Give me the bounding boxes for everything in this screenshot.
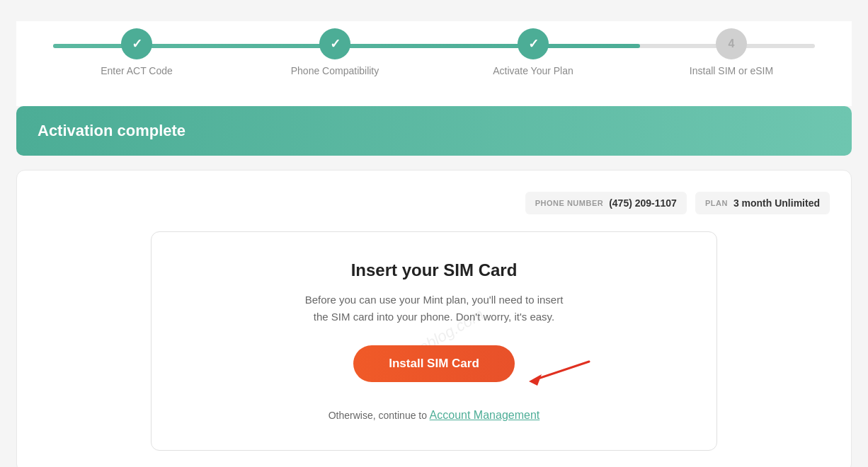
phone-badge-value: (475) 209-1107	[609, 197, 677, 209]
svg-marker-1	[529, 374, 542, 386]
plan-badge-value: 3 month Unlimited	[733, 197, 820, 209]
inner-card-wrapper: xinxiaoblog.com Insert your SIM Card Bef…	[38, 231, 830, 451]
otherwise-text: Otherwise, continue to	[329, 410, 427, 421]
account-mgmt-row: Otherwise, continue to Account Managemen…	[173, 409, 695, 422]
step-circle-enter-act	[121, 28, 152, 59]
sim-card-description-line1: Before you can use your Mint plan, you'l…	[305, 294, 564, 306]
step-number-install-sim: 4	[729, 38, 735, 50]
checkmark-activate-plan	[528, 36, 539, 52]
step-activate-plan: Activate Your Plan	[434, 28, 632, 76]
phone-number-badge: PHONE NUMBER (475) 209-1107	[525, 192, 687, 214]
step-circle-phone-compat	[319, 28, 350, 59]
step-enter-act: Enter ACT Code	[38, 28, 236, 76]
activation-banner: Activation complete	[16, 106, 852, 156]
checkmark-enter-act	[132, 36, 142, 52]
main-card: PHONE NUMBER (475) 209-1107 PLAN 3 month…	[16, 170, 852, 467]
sim-card-description: Before you can use your Mint plan, you'l…	[257, 292, 611, 325]
checkmark-phone-compat	[330, 36, 341, 52]
progress-container: Enter ACT Code Phone Compatibility Activ…	[16, 21, 852, 106]
step-phone-compat: Phone Compatibility	[236, 28, 434, 76]
step-circle-install-sim: 4	[716, 28, 747, 59]
info-row: PHONE NUMBER (475) 209-1107 PLAN 3 month…	[38, 192, 830, 214]
step-label-activate-plan: Activate Your Plan	[493, 65, 573, 76]
progress-track: Enter ACT Code Phone Compatibility Activ…	[38, 28, 830, 76]
inner-card: xinxiaoblog.com Insert your SIM Card Bef…	[151, 231, 717, 451]
svg-line-0	[536, 362, 589, 379]
sim-card-title: Insert your SIM Card	[173, 260, 695, 280]
step-label-install-sim: Install SIM or eSIM	[690, 65, 773, 76]
step-install-sim: 4 Install SIM or eSIM	[632, 28, 830, 76]
step-label-enter-act: Enter ACT Code	[101, 65, 173, 76]
button-wrapper: Install SIM Card	[353, 345, 515, 402]
install-sim-button[interactable]: Install SIM Card	[353, 345, 515, 382]
arrow-icon	[522, 354, 593, 390]
step-label-phone-compat: Phone Compatibility	[291, 65, 379, 76]
arrow-container	[522, 354, 593, 393]
step-circle-activate-plan	[518, 28, 549, 59]
sim-card-description-line2: the SIM card into your phone. Don't worr…	[314, 311, 554, 323]
activation-banner-title: Activation complete	[38, 122, 830, 140]
phone-badge-label: PHONE NUMBER	[535, 199, 603, 207]
account-management-link[interactable]: Account Management	[430, 409, 540, 421]
plan-badge-label: PLAN	[705, 199, 728, 207]
plan-badge: PLAN 3 month Unlimited	[695, 192, 830, 214]
